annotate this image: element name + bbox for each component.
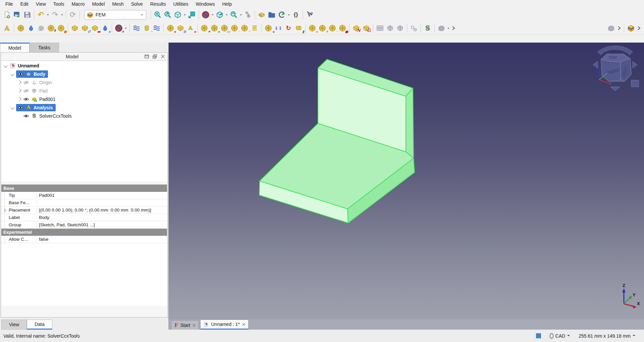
refresh-icon[interactable]: ⟳: [68, 10, 78, 20]
constraint-fixed-icon[interactable]: ▾: [199, 23, 209, 33]
dock-float-icon[interactable]: [151, 54, 158, 60]
redo-dropdown-icon[interactable]: [60, 10, 64, 20]
draw-style-icon[interactable]: [201, 10, 211, 20]
constraint-pulley-icon[interactable]: ▸: [307, 23, 317, 33]
menu-solve[interactable]: Solve: [128, 0, 146, 8]
tree-item-unnamed[interactable]: Unnamed: [1, 61, 167, 70]
tree-item-pad[interactable]: Pad: [1, 87, 167, 95]
sync-view-icon[interactable]: [229, 10, 239, 20]
viewport-3d[interactable]: TOP FRONT RIGHT Z Y X: [168, 43, 644, 320]
constraint-contact-icon[interactable]: ◦: [229, 23, 239, 33]
expander-icon[interactable]: [17, 88, 22, 94]
views-dropdown-icon[interactable]: [183, 10, 187, 20]
constraint-displacement-icon[interactable]: ▸: [209, 23, 219, 33]
constraint-gear-icon[interactable]: ◦: [327, 23, 337, 33]
fluid-section-icon[interactable]: ▸: [100, 23, 110, 33]
isometric-view-icon[interactable]: [173, 10, 183, 20]
tree-item-solverccxtools[interactable]: S SolverCcxTools: [1, 112, 167, 120]
visibility-eye-icon[interactable]: [23, 96, 30, 102]
sync-view-dropdown-icon[interactable]: [239, 10, 243, 20]
material-reinforced-icon[interactable]: ▘: [46, 23, 56, 33]
beam-section-icon[interactable]: [70, 23, 80, 33]
mesh-netgen-icon[interactable]: N: [351, 23, 361, 33]
visibility-eye-icon[interactable]: [23, 113, 30, 119]
zoom-selection-icon[interactable]: [163, 10, 173, 20]
menu-macro[interactable]: Macro: [68, 0, 88, 8]
measure-icon[interactable]: [243, 10, 253, 20]
beam-rotation-icon[interactable]: ↺: [80, 23, 90, 33]
material-solid-icon[interactable]: [16, 23, 26, 33]
property-value[interactable]: false: [37, 237, 167, 242]
property-row-label[interactable]: Label Body: [1, 214, 167, 221]
tab-close-icon[interactable]: [242, 322, 245, 327]
tab-close-icon[interactable]: [193, 323, 196, 328]
dock-close-icon[interactable]: [159, 54, 166, 60]
constraint-transform-icon[interactable]: ●: [337, 23, 347, 33]
property-value[interactable]: Body: [37, 215, 167, 220]
macro-dropdown-icon[interactable]: [287, 10, 291, 20]
clipping-box-icon[interactable]: [215, 10, 225, 20]
expander-icon[interactable]: [10, 105, 15, 110]
electromagnetic-group-icon[interactable]: +: [114, 23, 124, 33]
property-value[interactable]: Pad001: [37, 193, 167, 198]
expander-icon[interactable]: [17, 97, 22, 102]
initial-temperature-icon[interactable]: ▸: [165, 23, 175, 33]
property-section-experimental[interactable]: Experimental: [1, 229, 167, 236]
individual-views-overflow-icon[interactable]: [616, 23, 622, 33]
material-nonlinear-icon[interactable]: [36, 23, 46, 33]
tab-model[interactable]: Model: [0, 43, 30, 52]
visibility-eye-off-icon[interactable]: [23, 88, 30, 94]
fem-analysis-icon[interactable]: A: [2, 23, 12, 33]
view-dimensions[interactable]: 255.61 mm x 149.18 mm: [579, 333, 635, 339]
property-value[interactable]: [(0.00 0.00 1.00); 0.00 °; (0.00 mm 0.00…: [37, 208, 167, 213]
dock-minimize-icon[interactable]: [143, 54, 150, 60]
undo-icon[interactable]: ↶: [36, 10, 46, 20]
property-row-allow-compound[interactable]: Allow C… false: [1, 236, 167, 243]
material-editor-icon[interactable]: ●: [56, 23, 66, 33]
redo-icon[interactable]: ↷: [50, 10, 60, 20]
placement-expander-icon[interactable]: [1, 207, 8, 214]
expander-icon[interactable]: [17, 80, 22, 85]
constraint-plane-rotation-icon[interactable]: ▭: [219, 23, 229, 33]
open-document-icon[interactable]: [12, 10, 22, 20]
box-zoom-icon[interactable]: [187, 10, 197, 20]
mesh-gmsh-icon[interactable]: G: [361, 23, 371, 33]
clipping-plane-icon[interactable]: [626, 23, 636, 33]
constraint-centrifugal-icon[interactable]: ↻: [283, 23, 293, 33]
constraint-tie-icon[interactable]: ◦: [239, 23, 250, 33]
tree-item-analysis[interactable]: A Analysis: [1, 103, 167, 112]
menu-tools[interactable]: Tools: [50, 0, 68, 8]
expander-icon[interactable]: [10, 71, 15, 77]
dock-title-bar[interactable]: Model: [1, 53, 167, 61]
flow-velocity-icon[interactable]: [152, 23, 162, 33]
whats-this-icon[interactable]: [305, 10, 315, 20]
post-pipeline-icon[interactable]: [436, 23, 446, 33]
expander-icon[interactable]: [3, 63, 9, 68]
mesh-group-icon[interactable]: [395, 23, 405, 33]
visibility-eye-icon[interactable]: [17, 71, 24, 77]
views-overflow-icon[interactable]: [450, 23, 457, 33]
tab-data[interactable]: Data: [27, 320, 52, 330]
tab-start[interactable]: F Start: [171, 320, 199, 330]
nav-style-selector[interactable]: CAD: [550, 333, 570, 339]
model-solid[interactable]: [169, 43, 644, 320]
mesh-to-nodes-icon[interactable]: [409, 23, 419, 33]
visibility-eye-icon[interactable]: [17, 105, 24, 111]
post-pipeline-dropdown-icon[interactable]: [446, 23, 450, 33]
solver-ccxtools-icon[interactable]: S: [423, 23, 433, 33]
tab-view[interactable]: View: [1, 320, 27, 330]
undo-dropdown-icon[interactable]: [46, 10, 50, 20]
menu-file[interactable]: File: [2, 0, 16, 8]
dialog-braces-icon[interactable]: {}: [291, 10, 301, 20]
tree-item-origin[interactable]: Origin: [1, 78, 167, 87]
menu-help[interactable]: Help: [219, 0, 235, 8]
macro-folder-icon[interactable]: [267, 10, 277, 20]
constraint-bearing-icon[interactable]: ▾: [317, 23, 327, 33]
navigation-cube[interactable]: TOP FRONT RIGHT: [588, 45, 642, 93]
temperature-icon[interactable]: A▸: [185, 23, 196, 33]
tab-unnamed[interactable]: Unnamed : 1*: [200, 320, 249, 330]
tab-tasks[interactable]: Tasks: [30, 43, 59, 52]
initial-pressure-icon[interactable]: ·: [142, 23, 152, 33]
property-row-tip[interactable]: Tip Pad001: [1, 192, 167, 199]
property-row-group[interactable]: Group [Sketch, Pad, Sketch001 ...]: [1, 221, 167, 229]
